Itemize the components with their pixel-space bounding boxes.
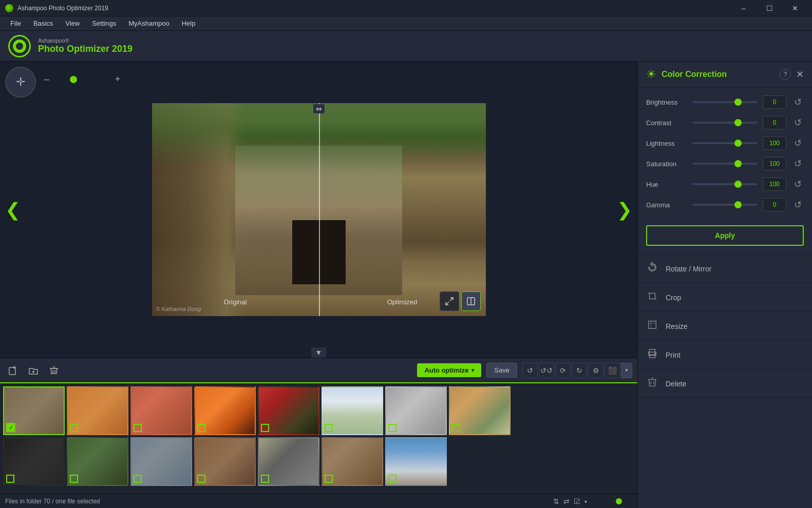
menu-basics[interactable]: Basics: [28, 18, 58, 28]
hue-thumb[interactable]: [734, 181, 742, 188]
thumbnail-6[interactable]: [322, 386, 383, 435]
tool-print-label: Print: [666, 351, 681, 359]
pan-control[interactable]: ✛: [5, 67, 36, 97]
thumb-check-5[interactable]: [261, 424, 269, 432]
menu-file[interactable]: File: [5, 18, 26, 28]
saturation-thumb[interactable]: [734, 160, 742, 167]
logo-text: Ashampoo® Photo Optimizer 2019: [38, 37, 133, 54]
thumb-check-6[interactable]: [325, 424, 333, 432]
thumbnail-11[interactable]: [130, 437, 192, 486]
edit-actions: ↺ ↺↺ ⟳ ↻ ⚙ ⬛ ▾: [522, 363, 632, 378]
lightness-thumb[interactable]: [734, 140, 742, 147]
app-title: Ashampoo Photo Optimizer 2019: [17, 5, 108, 12]
rotate-icon: [646, 262, 658, 276]
thumbnail-1[interactable]: ✓: [3, 386, 65, 435]
rotate-right-button[interactable]: ↻: [572, 363, 587, 378]
zoom-slider[interactable]: [56, 79, 108, 81]
thumbnail-5[interactable]: [258, 386, 319, 435]
thumbnail-3[interactable]: [130, 386, 192, 435]
statusbar: Files in folder 70 / one file selected ⇅…: [0, 494, 637, 508]
save-button[interactable]: Save: [486, 363, 517, 378]
expand-panel-button[interactable]: ▼: [311, 347, 327, 358]
add-file-button[interactable]: [5, 363, 21, 378]
edit-more-dropdown[interactable]: ▾: [621, 363, 632, 378]
panel-close-button[interactable]: ✕: [796, 69, 804, 80]
settings-btn[interactable]: ⚙: [588, 363, 603, 378]
thumb-check-15[interactable]: [388, 475, 396, 483]
compare-button[interactable]: [461, 291, 481, 311]
more-button[interactable]: ⬛: [605, 363, 620, 378]
menu-view[interactable]: View: [60, 18, 85, 28]
thumbnail-2[interactable]: [67, 386, 128, 435]
thumb-check-14[interactable]: [325, 475, 333, 483]
fullscreen-button[interactable]: [440, 291, 459, 311]
minimize-button[interactable]: –: [732, 0, 756, 16]
zoom-out-button[interactable]: –: [41, 74, 52, 85]
zoom-in-button[interactable]: +: [112, 74, 123, 85]
tool-delete[interactable]: Delete: [638, 369, 812, 398]
thumb-check-3[interactable]: [134, 424, 142, 432]
gamma-thumb[interactable]: [734, 201, 742, 208]
tool-print[interactable]: Print: [638, 341, 812, 369]
thumbnail-4[interactable]: [194, 386, 256, 435]
logo-bar: Ashampoo® Photo Optimizer 2019: [0, 31, 812, 62]
tool-crop[interactable]: Crop: [638, 283, 812, 312]
close-button[interactable]: ✕: [783, 0, 807, 16]
thumb-check-9[interactable]: [6, 475, 14, 483]
status-swap-icon[interactable]: ⇄: [563, 497, 570, 505]
add-folder-button[interactable]: [26, 363, 41, 378]
brightness-reset[interactable]: ↺: [791, 96, 804, 108]
thumbnail-14[interactable]: [322, 437, 383, 486]
contrast-reset[interactable]: ↺: [791, 117, 804, 128]
thumbnail-10[interactable]: [67, 437, 128, 486]
contrast-label: Contrast: [646, 119, 687, 127]
clear-button[interactable]: [46, 363, 62, 378]
status-check-icon[interactable]: ☑: [574, 497, 580, 505]
menu-settings[interactable]: Settings: [87, 18, 121, 28]
prev-image-button[interactable]: ❮: [5, 201, 21, 219]
status-sort-icon[interactable]: ⇅: [553, 497, 559, 505]
next-image-button[interactable]: ❯: [617, 201, 632, 219]
thumbnail-size-slider[interactable]: [591, 500, 632, 502]
thumb-check-2[interactable]: [70, 424, 78, 432]
thumbnail-15[interactable]: [385, 437, 447, 486]
saturation-reset[interactable]: ↺: [791, 158, 804, 169]
thumb-check-11[interactable]: [134, 475, 142, 483]
thumbnail-8[interactable]: [449, 386, 511, 435]
thumb-check-8[interactable]: [452, 424, 460, 432]
undo-button[interactable]: ↺: [522, 363, 538, 378]
logo-inner: [13, 40, 26, 53]
thumb-check-13[interactable]: [261, 475, 269, 483]
thumb-check-12[interactable]: [197, 475, 205, 483]
watermark: © Katharina Dong: [156, 306, 201, 312]
brightness-thumb[interactable]: [734, 99, 742, 106]
tool-rotate[interactable]: Rotate / Mirror: [638, 255, 812, 283]
thumbnail-9[interactable]: [3, 437, 65, 486]
menu-myashampoo[interactable]: MyAshampoo: [123, 18, 174, 28]
brightness-track: [692, 101, 758, 103]
hue-value: 100: [763, 178, 786, 191]
thumb-check-4[interactable]: [197, 424, 205, 432]
tool-rotate-label: Rotate / Mirror: [666, 265, 711, 273]
contrast-thumb[interactable]: [734, 119, 742, 126]
status-grid-icon[interactable]: ▪: [584, 497, 587, 505]
svg-rect-13: [649, 321, 656, 329]
thumbnail-7[interactable]: [385, 386, 447, 435]
maximize-button[interactable]: ☐: [758, 0, 781, 16]
auto-optimize-button[interactable]: Auto optimize ▾: [417, 363, 481, 377]
thumbnail-12[interactable]: [194, 437, 256, 486]
tool-crop-label: Crop: [666, 294, 681, 302]
hue-reset[interactable]: ↺: [791, 179, 804, 190]
pan-arrows-icon: ✛: [16, 76, 25, 88]
menu-help[interactable]: Help: [177, 18, 201, 28]
tool-resize[interactable]: Resize: [638, 312, 812, 341]
help-button[interactable]: ?: [780, 69, 791, 80]
thumb-check-10[interactable]: [70, 475, 78, 483]
apply-button[interactable]: Apply: [646, 225, 804, 246]
undo-all-button[interactable]: ↺↺: [539, 363, 554, 378]
gamma-reset[interactable]: ↺: [791, 199, 804, 210]
thumbnail-13[interactable]: [258, 437, 319, 486]
lightness-reset[interactable]: ↺: [791, 138, 804, 149]
thumb-check-7[interactable]: [388, 424, 396, 432]
rotate-left-button[interactable]: ⟳: [555, 363, 571, 378]
